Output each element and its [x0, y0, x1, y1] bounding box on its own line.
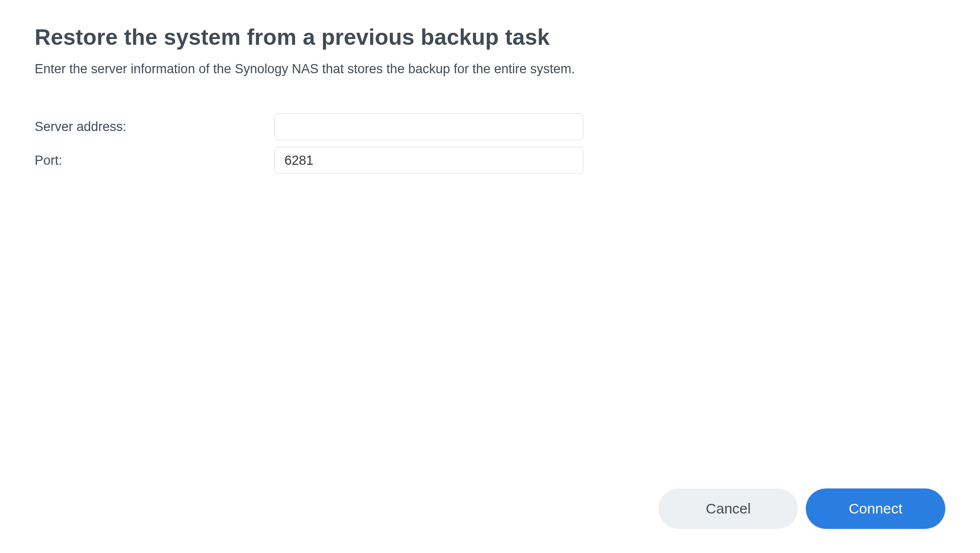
server-address-label: Server address: [35, 119, 274, 134]
page-title: Restore the system from a previous backu… [35, 24, 945, 50]
footer-buttons: Cancel Connect [658, 488, 945, 529]
port-row: Port: [35, 147, 945, 174]
server-address-input[interactable] [274, 113, 583, 140]
server-address-row: Server address: [35, 113, 945, 140]
page-description: Enter the server information of the Syno… [35, 62, 945, 77]
connect-button[interactable]: Connect [806, 488, 945, 529]
port-input[interactable] [274, 147, 583, 174]
port-label: Port: [35, 153, 274, 168]
cancel-button[interactable]: Cancel [658, 488, 798, 529]
